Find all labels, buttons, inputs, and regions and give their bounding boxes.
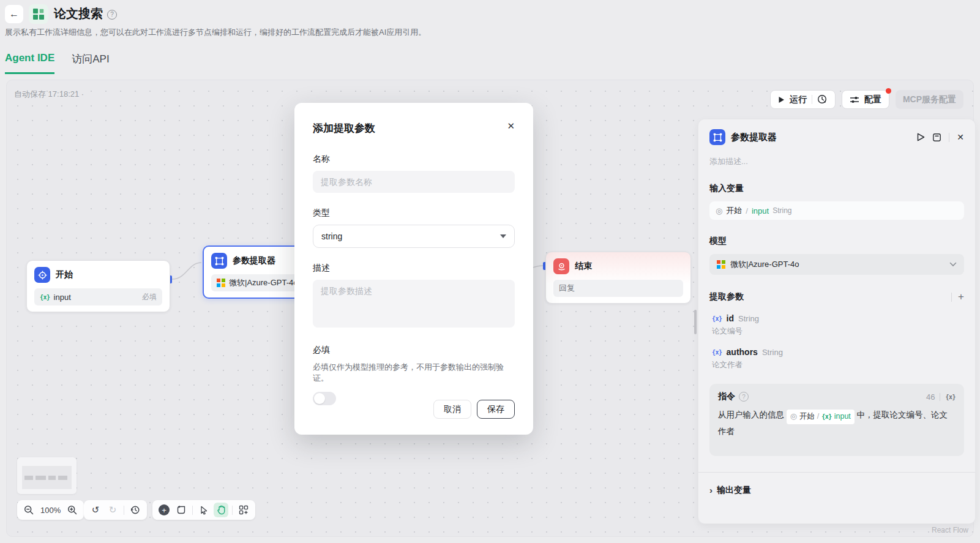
input-variable-pill[interactable]: ◎ 开始 / input String [709,201,964,220]
sliders-icon [850,95,859,104]
hand-icon[interactable] [214,503,228,517]
instruction-card[interactable]: 指令 ? 46 {x} 从用户输入的信息 ◎开始/{x}input 中，提取论文… [709,384,964,456]
param-name: id [727,313,734,323]
tab-api-access[interactable]: 访问API [72,52,109,74]
zoom-level[interactable]: 100% [39,506,62,515]
extract-params-label: 提取参数 [709,291,744,302]
minimap[interactable] [17,457,77,494]
variable-icon: {x} [40,294,50,301]
reply-label: 回复 [559,283,575,294]
model-name: 微软|Azure-GPT-4o [229,277,297,288]
run-label: 运行 [790,94,807,105]
model-value: 微软|Azure-GPT-4o [730,259,799,270]
instruction-label: 指令 [718,391,735,402]
save-button[interactable]: 保存 [477,400,515,419]
zoom-out-icon[interactable] [21,503,36,517]
tab-bar: Agent IDE 访问API [5,52,110,74]
param-type: String [738,314,759,323]
insert-variable-icon[interactable]: {x} [945,394,956,400]
app-logo [29,4,48,24]
tab-agent-ide[interactable]: Agent IDE [5,52,54,74]
mcp-label: MCP服务配置 [903,94,956,105]
document-icon[interactable] [932,133,941,142]
node-start-title: 开始 [56,269,73,280]
node-end-header: 结束 [553,258,683,274]
panel-title: 参数提取器 [731,132,777,143]
grid-logo-icon [33,9,44,20]
config-label: 配置 [864,94,881,105]
end-reply-row[interactable]: 回复 [553,280,683,297]
slash: / [746,206,748,215]
auto-layout-icon[interactable] [236,503,251,517]
help-icon[interactable]: ? [107,10,117,20]
run-button[interactable]: 运行 [770,90,836,109]
param-name: authors [727,347,758,357]
zoom-controls: 100% [17,500,84,520]
model-section: 模型 [709,236,964,247]
schedule-icon[interactable] [817,94,828,105]
variable-name: input [54,293,71,302]
section-divider [698,472,975,473]
panel-scrollbar[interactable] [694,310,697,334]
add-note-icon[interactable] [174,503,189,517]
pointer-icon[interactable] [196,503,211,517]
required-toggle[interactable] [313,392,336,405]
add-param-modal: 添加提取参数 ✕ 名称 类型 string 描述 必填 必填仅作为模型推理的参考… [294,103,533,435]
instruction-text[interactable]: 从用户输入的信息 ◎开始/{x}input 中，提取论文编号、论文作者 [718,408,956,439]
char-count: 46 [926,392,935,402]
history-icon[interactable] [128,503,143,517]
node-start-header: 开始 [34,267,162,283]
node-description-placeholder[interactable]: 添加描述... [709,156,964,167]
start-target-icon [34,267,50,283]
add-param-icon[interactable]: + [958,291,964,303]
start-input-variable[interactable]: {x} input 必填 [34,288,162,305]
extract-params-section: 提取参数 + [709,291,964,303]
model-select[interactable]: 微软|Azure-GPT-4o [709,254,964,275]
cancel-button[interactable]: 取消 [433,400,471,419]
add-node-icon[interactable]: + [157,503,171,517]
notification-dot [886,88,891,94]
history-controls: ↺ ↻ [84,500,147,520]
close-modal-icon[interactable]: ✕ [507,121,515,130]
modal-footer: 取消 保存 [433,400,515,419]
close-panel-icon[interactable]: ✕ [957,132,964,142]
mcp-config-button[interactable]: MCP服务配置 [896,90,963,109]
autosave-status: 自动保存 17:18:21 · [14,89,84,100]
ref-node-name: 开始 [799,410,815,424]
instruction-text-before: 从用户输入的信息 [718,410,787,419]
page-title: 论文搜索? [54,6,117,22]
undo-icon[interactable]: ↺ [88,503,103,517]
divider [951,293,952,302]
param-item[interactable]: {x} id String 论文编号 [709,313,964,337]
node-end-title: 结束 [575,261,592,272]
param-name-input[interactable] [313,171,515,193]
end-pin-icon [553,258,569,274]
panel-actions: ✕ [917,132,964,142]
redo-icon[interactable]: ↻ [105,503,120,517]
page-subtitle: 展示私有工作流详细信息，您可以在此对工作流进行多节点编排和运行，编排好的工作流配… [5,27,426,38]
collapse-chevron-icon: › [709,485,713,495]
help-icon[interactable]: ? [739,392,749,402]
divider [232,506,233,515]
divider [124,506,124,515]
param-type-select[interactable]: string [313,225,515,248]
node-start[interactable]: 开始 {x} input 必填 [26,260,170,312]
workflow-name: 论文搜索 [54,7,103,20]
type-value: string [321,231,342,241]
required-badge: 必填 [142,292,157,302]
zoom-in-icon[interactable] [65,503,80,517]
ref-var-name: input [834,410,851,424]
required-label: 必填 [313,345,515,356]
config-button[interactable]: 配置 [842,90,889,109]
back-button[interactable]: ← [5,5,23,23]
param-item[interactable]: {x} authors String 论文作者 [709,347,964,370]
param-desc-textarea[interactable] [313,280,515,328]
page-header: ← 论文搜索? 展示私有工作流详细信息，您可以在此对工作流进行多节点编排和运行，… [0,0,980,80]
output-variables-toggle[interactable]: › 输出变量 [709,485,964,496]
node-end[interactable]: 结束 回复 [545,252,691,304]
required-hint: 必填仅作为模型推理的参考，不用于参数输出的强制验证。 [313,362,515,384]
run-node-icon[interactable] [917,133,925,141]
play-icon [778,96,785,103]
instruction-header: 指令 ? 46 {x} [718,391,956,402]
param-desc: 论文编号 [712,326,964,337]
